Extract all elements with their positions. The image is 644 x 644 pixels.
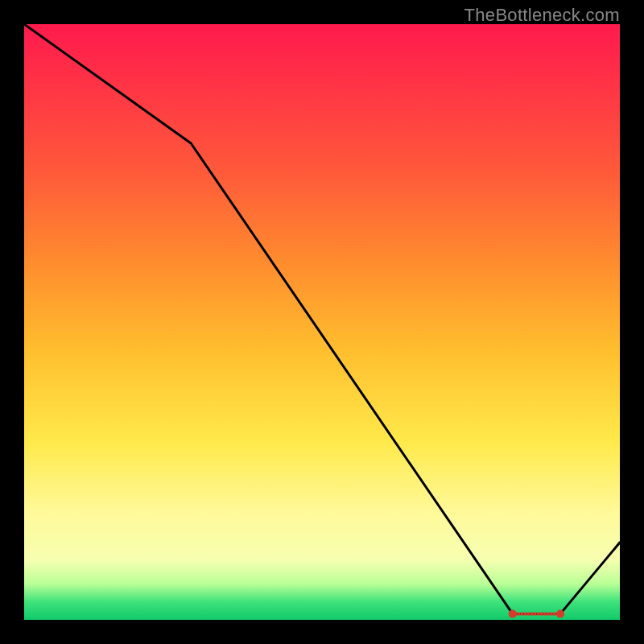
- marker-dot: [546, 612, 549, 615]
- marker-dot: [533, 612, 536, 615]
- chart-curve: [24, 24, 620, 614]
- marker-dot: [539, 612, 543, 615]
- marker-dot: [556, 610, 564, 618]
- marker-dot: [543, 612, 546, 615]
- chart-frame: TheBottleneck.com: [0, 0, 644, 644]
- marker-dot: [518, 612, 521, 615]
- marker-dot: [514, 612, 518, 615]
- marker-dot: [526, 612, 530, 615]
- marker-dot: [536, 612, 539, 615]
- marker-dot: [552, 612, 555, 615]
- chart-svg: [24, 24, 620, 620]
- marker-dot: [523, 612, 526, 615]
- plot-area: [24, 24, 620, 620]
- marker-dot: [520, 612, 523, 615]
- watermark-text: TheBottleneck.com: [464, 5, 620, 26]
- marker-dot: [549, 612, 552, 615]
- marker-dot: [530, 612, 533, 615]
- chart-markers: [509, 610, 564, 618]
